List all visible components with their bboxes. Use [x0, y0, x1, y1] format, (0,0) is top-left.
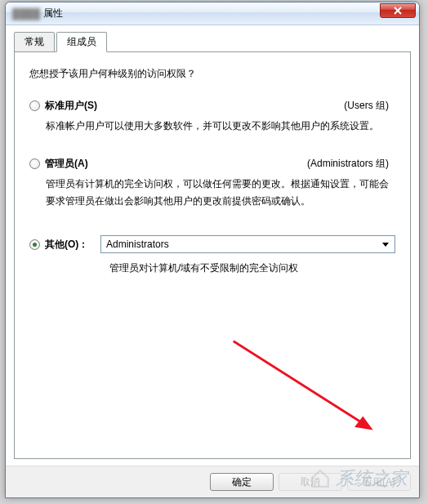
dropdown-selected-value: Administrators: [106, 239, 169, 250]
close-button[interactable]: [380, 3, 416, 18]
other-group-dropdown[interactable]: Administrators: [100, 235, 395, 253]
tab-members[interactable]: 组成员: [56, 32, 107, 52]
radio-other[interactable]: [29, 239, 40, 250]
svg-marker-1: [354, 416, 373, 430]
dialog-content: 常规 组成员 您想授予该用户何种级别的访问权限？ 标准用户(S) (Users …: [6, 25, 419, 466]
ok-button[interactable]: 确定: [210, 473, 274, 491]
radio-standard-user[interactable]: [29, 100, 40, 111]
dialog-button-row: 确定 取消 应用(A): [6, 466, 419, 497]
desc-other: 管理员对计算机/域有不受限制的完全访问权: [109, 261, 395, 275]
titlebar[interactable]: ████ 属性: [6, 2, 419, 25]
svg-line-0: [234, 341, 367, 426]
apply-button[interactable]: 应用(A): [347, 473, 411, 491]
option-other: 其他(O)： Administrators: [29, 235, 395, 253]
label-other[interactable]: 其他(O)：: [45, 238, 92, 252]
option-administrator: 管理员(A) (Administrators 组) 管理员有计算机的完全访问权，…: [29, 157, 395, 209]
close-icon: [394, 7, 402, 15]
properties-dialog: ████ 属性 常规 组成员 您想授予该用户何种级别的访问权限？ 标准用户(S)…: [5, 2, 420, 498]
access-level-prompt: 您想授予该用户何种级别的访问权限？: [29, 67, 395, 81]
chevron-down-icon: [378, 237, 393, 252]
tab-panel-members: 您想授予该用户何种级别的访问权限？ 标准用户(S) (Users 组) 标准帐户…: [14, 51, 411, 459]
radio-administrator[interactable]: [29, 158, 40, 169]
label-standard-user[interactable]: 标准用户(S): [45, 99, 344, 113]
tab-strip: 常规 组成员: [14, 32, 411, 52]
desc-administrator: 管理员有计算机的完全访问权，可以做任何需要的更改。根据通知设置，可能会要求管理员…: [46, 176, 395, 209]
titlebar-account-name: ████: [12, 8, 40, 20]
option-standard-user: 标准用户(S) (Users 组) 标准帐户用户可以使用大多数软件，并可以更改不…: [29, 99, 395, 134]
group-standard-user: (Users 组): [344, 99, 389, 113]
titlebar-title: 属性: [43, 7, 63, 20]
tab-general[interactable]: 常规: [14, 32, 55, 52]
cancel-button[interactable]: 取消: [279, 473, 342, 491]
desc-standard-user: 标准帐户用户可以使用大多数软件，并可以更改不影响其他用户的系统设置。: [46, 118, 395, 134]
group-administrator: (Administrators 组): [307, 157, 389, 171]
label-administrator[interactable]: 管理员(A): [45, 157, 307, 171]
